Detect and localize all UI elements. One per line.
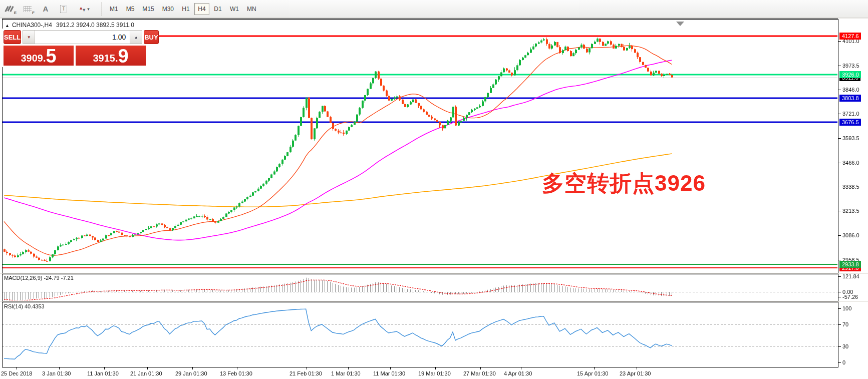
date-tick-label: 13 Feb 01:30 (220, 370, 252, 376)
timeframe-button-MN[interactable]: MN (243, 3, 260, 15)
grid-letter: F (32, 11, 35, 15)
indicator-scale-label: 0 (842, 359, 845, 365)
date-tick-label: 21 Feb 01:30 (290, 370, 322, 376)
macd-label: MACD(12,26,9) -24.79 -7.21 (4, 275, 74, 281)
date-tick-label: 23 Apr 01:30 (620, 370, 651, 376)
buy-price-main: 3915 (93, 52, 115, 65)
price-badge: 2933.8 (839, 261, 861, 268)
timeframe-button-M15[interactable]: M15 (139, 3, 157, 15)
text-box-icon[interactable]: T (55, 3, 72, 16)
date-tick-label: 21 Jan 01:30 (130, 370, 162, 376)
rsi-label: RSI(14) 40.4353 (4, 303, 45, 309)
timeframe-button-M30[interactable]: M30 (159, 3, 177, 15)
volume-stepper: ▼ ▲ (23, 30, 142, 44)
indicator-scale-label: 70 (842, 321, 848, 327)
timeframe-button-M5[interactable]: M5 (123, 3, 138, 15)
timeframe-button-D1[interactable]: D1 (210, 3, 225, 15)
indicator-letter: E (14, 11, 17, 15)
symbol-timeframe: CHINA300-,H4 (12, 22, 52, 29)
date-tick-label: 25 Dec 2018 (1, 370, 32, 376)
sell-price-display[interactable]: 3909.5 (4, 46, 74, 66)
text-box-glyph: T (60, 5, 68, 13)
indicator-scale-label: 121.84 (842, 273, 859, 279)
price-tick-label: 3213.5 (842, 208, 859, 214)
sell-button[interactable]: SELL (4, 30, 21, 44)
date-tick-label: 4 Apr 01:30 (504, 370, 532, 376)
collapse-chart-icon[interactable]: ▲ (5, 23, 10, 28)
buy-button[interactable]: BUY (144, 30, 158, 44)
indicator-scale-label: 100 (842, 305, 851, 311)
timeframe-group: M1M5M15M30H1H4D1W1MN (106, 3, 260, 15)
arrange-objects-icon[interactable]: ▲▼ ▾ (73, 3, 95, 16)
sell-price-pip: 5 (46, 48, 56, 65)
date-tick-label: 3 Jan 01:30 (42, 370, 71, 376)
grid-icon[interactable]: F (19, 3, 36, 16)
toolbar: E F A T ▲▼ ▾ M1M5M15M30H1H4D1W1MN (0, 0, 868, 18)
buy-price-display[interactable]: 3915.9 (76, 46, 146, 66)
volume-input[interactable] (35, 31, 130, 44)
text-label-glyph: A (43, 5, 49, 13)
grid-glyph (24, 6, 32, 12)
date-tick-label: 19 Mar 01:30 (418, 370, 451, 376)
timeframe-button-M1[interactable]: M1 (106, 3, 122, 15)
one-click-trade-panel: SELL ▼ ▲ BUY 3909.5 3915.9 (2, 29, 147, 67)
chevron-down-icon: ▾ (87, 7, 90, 12)
price-tick-label: 3338.5 (842, 184, 859, 190)
ohlc-readout: 3912.2 3924.0 3892.5 3911.0 (56, 22, 134, 29)
autoscroll-marker-icon[interactable] (676, 22, 684, 26)
volume-increase-button[interactable]: ▲ (130, 31, 142, 44)
indicator-bars-glyph (6, 6, 14, 13)
volume-decrease-button[interactable]: ▼ (23, 31, 35, 44)
arrange-arrows-glyph: ▲▼ (79, 6, 86, 13)
timeframe-button-H1[interactable]: H1 (178, 3, 193, 15)
date-tick-label: 11 Mar 01:30 (373, 370, 405, 376)
date-tick-label: 11 Jan 01:30 (87, 370, 119, 376)
date-tick-label: 1 Mar 01:30 (331, 370, 361, 376)
indicators-icon[interactable]: E (1, 3, 18, 16)
price-badge: 3926.0 (839, 71, 861, 78)
trading-terminal: E F A T ▲▼ ▾ M1M5M15M30H1H4D1W1MN ▲CHINA… (0, 0, 868, 379)
price-tick-label: 3973.5 (842, 63, 859, 69)
price-tick-label: 3086.0 (842, 232, 859, 238)
chart-header: ▲CHINA300-,H43912.2 3924.0 3892.5 3911.0 (5, 22, 134, 29)
price-tick-label: 3593.5 (842, 135, 859, 141)
price-badge: 3676.5 (839, 119, 861, 126)
indicator-scale-label: -57.26 (842, 294, 858, 300)
price-badge: 3803.8 (839, 95, 861, 102)
date-tick-label: 29 Jan 01:30 (175, 370, 207, 376)
indicator-scale-label: 30 (842, 343, 848, 349)
price-tick-label: 3721.0 (842, 111, 859, 117)
sell-price-main: 3909 (21, 52, 43, 65)
price-tick-label: 3846.0 (842, 87, 859, 93)
timeframe-button-H4[interactable]: H4 (194, 3, 209, 15)
date-tick-label: 27 Mar 01:30 (463, 370, 496, 376)
text-label-icon[interactable]: A (37, 3, 54, 16)
price-tick-label: 3466.0 (842, 160, 859, 166)
date-tick-label: 15 Apr 01:30 (577, 370, 608, 376)
toolbar-separator (100, 3, 103, 16)
chart-annotation-text: 多空转折点3926 (542, 169, 706, 198)
price-badge: 4127.6 (839, 33, 861, 40)
timeframe-button-W1[interactable]: W1 (226, 3, 242, 15)
buy-price-pip: 9 (118, 48, 128, 65)
